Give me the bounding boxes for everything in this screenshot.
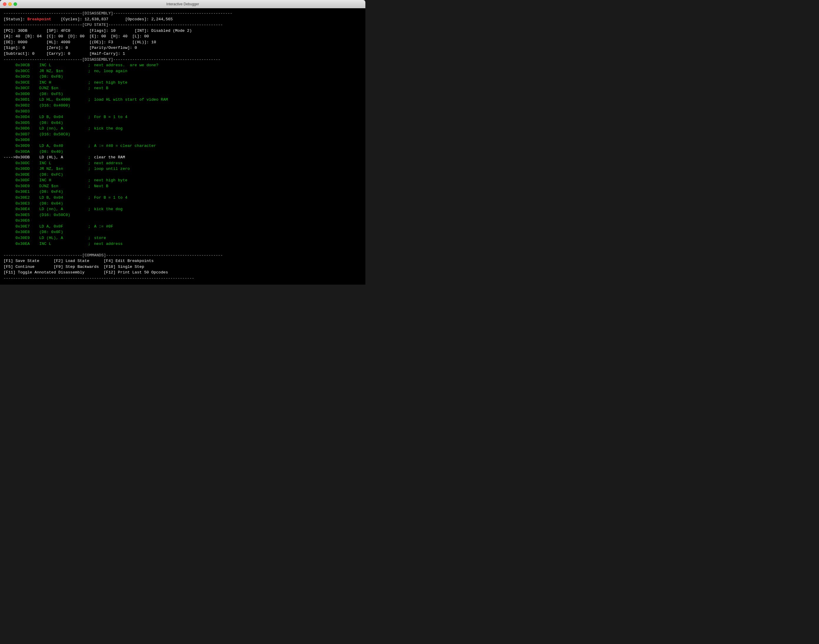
commands-line1: [F1] Save State [F2] Load State [F4] Edi… [3, 259, 153, 263]
disasm-line-30e8: 0x30E8 (D8: 0x0F) [3, 230, 63, 234]
disasm-line-30cc: 0x30CC JR NZ, $±n ; no, loop again [3, 69, 127, 73]
cpu-line4: [Sign]: 0 [Zero]: 0 [Parity/Overflow]: 0 [3, 46, 137, 50]
commands-separator-top: --------------------------------- [3, 253, 82, 258]
cpu-line2: [A]: 40 [B]: 04 [C]: 00 [D]: 00 [E]: 00 … [3, 34, 149, 38]
disasm-line-30dd: 0x30DD JR NZ, $±n ; loop until zero [3, 167, 130, 171]
disasm-line-30e6: 0x30E6 [3, 218, 30, 223]
maximize-button[interactable] [14, 2, 17, 6]
titlebar: Interactive Debugger [0, 0, 365, 8]
disasm-line-30cb: 0x30CB INC L ; next address. are we done… [3, 63, 159, 67]
disasm-line-30d2: 0x30D2 (D16: 0x4000) [3, 103, 70, 108]
stats-header: [DISASSEMBLY] [82, 11, 113, 15]
cpu-separator-top: --------------------------------- [3, 23, 82, 27]
disasm-separator-top-right: ----------------------------------------… [113, 57, 220, 62]
disasm-line-30da: 0x30DA (D8: 0x40) [3, 150, 63, 154]
disasm-line-30d5: 0x30D5 (D8: 0x04) [3, 121, 63, 125]
stats-separator-top: --------------------------------- [3, 11, 82, 15]
commands-line3: [F11] Toggle Annotated Disassembly [F12]… [3, 270, 168, 274]
disasm-line-30e7: 0x30E7 LD A, 0x0F ; A := #0F [3, 224, 113, 229]
disasm-line-30ce: 0x30CE INC H ; next high byte [3, 80, 127, 85]
close-button[interactable] [3, 2, 6, 6]
minimize-button[interactable] [8, 2, 12, 6]
cpu-line5: [Subtract]: 0 [Carry]: 0 [Half-Carry]: 1 [3, 52, 125, 56]
disasm-line-30e2: 0x30E2 LD B, 0x04 ; For B = 1 to 4 [3, 195, 127, 200]
disasm-header: [DISASSEMBLY] [82, 57, 113, 62]
titlebar-buttons [3, 2, 17, 6]
status-label: [Status]: [3, 17, 28, 21]
cycles-label: [Cycles]: 12,638,837 [Opcodes]: 2,244,56… [51, 17, 173, 21]
disasm-line-30de: 0x30DE (D8: 0xFC) [3, 172, 63, 177]
cpu-header: [CPU STATE] [82, 23, 108, 27]
disasm-line-30cf: 0x30CF DJNZ $±n ; next B [3, 86, 108, 90]
disasm-line-30d0: 0x30D0 (D8: 0xF5) [3, 92, 63, 96]
disasm-line-30d8: 0x30D8 [3, 138, 30, 142]
commands-header: [COMMANDS] [82, 253, 106, 258]
disasm-line-30d7: 0x30D7 (D16: 0x50C0) [3, 132, 70, 136]
disasm-separator-top: --------------------------------- [3, 57, 82, 62]
cpu-separator-top-right: ----------------------------------------… [108, 23, 223, 27]
disasm-line-30dc: 0x30DC INC L ; next address [3, 161, 122, 166]
disasm-line-30d1: 0x30D1 LD HL, 0x4000 ; load HL with star… [3, 97, 168, 102]
commands-separator-top-right: ----------------------------------------… [106, 253, 223, 258]
disasm-line-30df: 0x30DF INC H ; next high byte [3, 178, 127, 182]
stats-separator-top-right: ----------------------------------------… [113, 11, 233, 15]
disasm-line-30e1: 0x30E1 (D8: 0xF4) [3, 190, 63, 194]
disasm-line-30d6: 0x30D6 LD (nn), A ; kick the dog [3, 126, 122, 131]
disasm-line-30d3: 0x30D3 [3, 109, 30, 113]
disasm-line-30e5: 0x30E5 (D16: 0x50C0) [3, 213, 70, 217]
disasm-line-30e3: 0x30E3 (D8: 0x04) [3, 201, 63, 206]
disasm-line-30d9: 0x30D9 LD A, 0x40 ; A := #40 = clear cha… [3, 144, 156, 148]
status-value: Breakpoint [28, 17, 51, 21]
window-title: Interactive Debugger [166, 2, 199, 6]
cpu-line3: [DE]: 0000 [HL]: 4000 [(DE)]: F3 [(HL)]:… [3, 40, 156, 44]
disasm-line-30ea: 0x30EA INC L ; next address [3, 242, 122, 246]
commands-line2: [F5] Continue [F9] Step Backwards [F10] … [3, 265, 144, 269]
terminal-content: ---------------------------------[DISASS… [0, 8, 365, 285]
disasm-line-30e0: 0x30E0 DJNZ $±n ; Next B [3, 184, 108, 189]
cpu-line1: [PC]: 30DB [SP]: 4FC0 [Flags]: 10 [INT]:… [3, 29, 192, 33]
terminal-output: ---------------------------------[DISASS… [3, 11, 362, 281]
disasm-line-30d4: 0x30D4 LD B, 0x04 ; For B = 1 to 4 [3, 115, 127, 119]
disasm-current-pc-arrow: ---->0x30DB LD (HL), A ; clear the RAM [3, 155, 125, 159]
disasm-line-30e4: 0x30E4 LD (nn), A ; kick the dog [3, 207, 122, 211]
disasm-line-30cd: 0x30CD (D8: 0xFB) [3, 74, 63, 79]
window: Interactive Debugger -------------------… [0, 0, 365, 285]
commands-separator-bottom: ----------------------------------------… [3, 276, 194, 281]
disasm-line-30e9: 0x30E9 LD (HL), A ; store [3, 236, 106, 240]
